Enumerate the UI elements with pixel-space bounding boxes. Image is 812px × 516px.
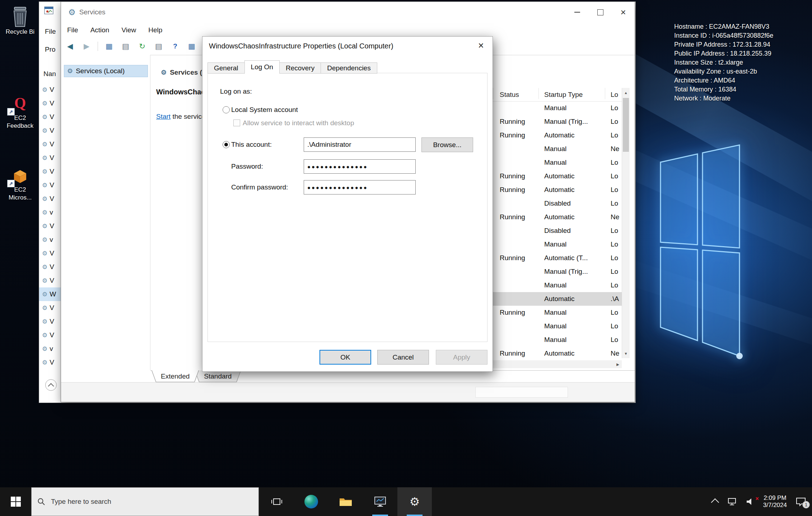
export-list-icon[interactable]: ▤ (153, 41, 164, 52)
ec2-microsoft-icon[interactable]: ↗ EC2 Micros... (2, 167, 38, 202)
edge-button[interactable] (294, 487, 328, 516)
service-row-partial[interactable]: ⚙V (39, 97, 61, 110)
search-box[interactable] (31, 487, 259, 516)
scroll-up-arrow-icon[interactable]: ▲ (622, 88, 630, 97)
service-row-partial[interactable]: ⚙V (39, 260, 61, 274)
start-button[interactable] (0, 487, 31, 516)
service-row-partial[interactable]: ⚙W (39, 287, 61, 301)
local-system-radio[interactable] (223, 106, 230, 113)
column-header-log-on-as[interactable]: Lo (611, 88, 618, 101)
service-name-fragment: V (50, 127, 54, 135)
service-row-partial[interactable]: ⚙V (39, 219, 61, 233)
service-row-partial[interactable]: ⚙V (39, 151, 61, 165)
action-center-button[interactable]: 1 (795, 497, 806, 506)
dialog-tab-dependencies[interactable]: Dependencies (321, 62, 377, 74)
dialog-tab-general[interactable]: General (207, 62, 245, 74)
column-header-status[interactable]: Status (500, 88, 519, 101)
dialog-tab-log-on[interactable]: Log On (244, 60, 280, 74)
service-row-partial[interactable]: ⚙V (39, 83, 61, 97)
column-header-name[interactable]: Nan (43, 70, 56, 78)
service-row-partial[interactable]: ⚙V (39, 110, 61, 124)
view-tabs: ExtendedStandard (151, 370, 237, 382)
column-separator[interactable] (538, 88, 539, 99)
startup-type-cell: Manual (544, 156, 566, 169)
tree-item-services-local[interactable]: ⚙ Services (Local) (64, 65, 148, 77)
service-row-partial[interactable]: ⚙V (39, 124, 61, 137)
service-row-partial[interactable]: ⚙V (39, 165, 61, 178)
clock[interactable]: 2:09 PM 3/7/2024 (763, 494, 787, 509)
file-explorer-button[interactable] (328, 487, 363, 516)
refresh-icon[interactable]: ↻ (137, 41, 148, 52)
service-row-partial[interactable]: ⚙V (39, 356, 61, 369)
this-account-label[interactable]: This account: (231, 140, 272, 149)
notification-badge: 1 (802, 501, 810, 508)
dialog-close-button[interactable]: × (470, 37, 493, 55)
maximize-button[interactable] (589, 2, 612, 23)
view-menu-icon[interactable]: ▦ (186, 41, 197, 52)
scroll-down-arrow-icon[interactable]: ▼ (622, 349, 630, 358)
status-bar-pane (475, 387, 568, 398)
service-row-partial[interactable]: ⚙V (39, 247, 61, 260)
column-separator[interactable] (493, 88, 493, 99)
icon-label: EC2 (14, 114, 26, 122)
close-icon: × (620, 8, 626, 17)
service-row-partial[interactable]: ⚙V (39, 274, 61, 287)
password-input[interactable] (304, 159, 416, 174)
scroll-up-button[interactable] (45, 379, 57, 391)
column-header-startup-type[interactable]: Startup Type (544, 88, 583, 101)
menu-view[interactable]: View (115, 26, 142, 34)
back-icon[interactable]: ◀ (65, 41, 75, 52)
console-tree-icon[interactable]: ▦ (104, 41, 115, 52)
service-row-partial[interactable]: ⚙V (39, 328, 61, 342)
browse-button[interactable]: Browse... (421, 137, 473, 152)
view-tab-standard[interactable]: Standard (195, 370, 241, 382)
log-on-as-cell: Lo (611, 265, 623, 278)
scrollbar-thumb[interactable] (623, 98, 629, 152)
gear-icon: ⚙ (42, 222, 47, 230)
column-separator[interactable] (605, 88, 605, 99)
tray-chevron-up-icon[interactable] (711, 498, 719, 507)
task-view-button[interactable] (260, 487, 294, 516)
title-bar[interactable]: ⚙ Services × (61, 2, 635, 23)
dialog-tab-recovery[interactable]: Recovery (279, 62, 321, 74)
scroll-right-arrow-icon[interactable]: ▶ (614, 360, 622, 368)
cancel-button[interactable]: Cancel (377, 350, 429, 365)
start-service-link[interactable]: Start (156, 113, 171, 120)
service-row-partial[interactable]: ⚙v (39, 342, 61, 356)
ok-button[interactable]: OK (319, 350, 371, 365)
properties-icon[interactable]: ▤ (120, 41, 131, 52)
service-row-partial[interactable]: ⚙V (39, 137, 61, 151)
mmc-app-button[interactable] (363, 487, 397, 516)
recycle-bin-icon[interactable]: Recycle Bi (2, 6, 38, 36)
menu-file[interactable]: File (61, 26, 84, 34)
local-system-label[interactable]: Local System account (231, 105, 298, 114)
confirm-password-input[interactable] (304, 180, 416, 194)
q-glyph: Q (14, 93, 26, 113)
vertical-scrollbar[interactable]: ▲ ▼ (622, 88, 630, 358)
service-row-partial[interactable]: ⚙V (39, 315, 61, 328)
volume-button[interactable]: × (746, 498, 755, 506)
service-row-partial[interactable]: ⚙V (39, 301, 61, 315)
view-tab-extended[interactable]: Extended (151, 370, 199, 382)
account-input[interactable] (304, 137, 416, 152)
dialog-title-bar[interactable]: WindowsChaosInfrastructure Properties (L… (202, 37, 493, 55)
forward-icon[interactable]: ▶ (81, 41, 92, 52)
this-account-radio[interactable] (223, 141, 230, 148)
services-app-button[interactable]: ⚙ (397, 487, 432, 516)
service-row-partial[interactable]: ⚙V (39, 192, 61, 206)
service-row-partial[interactable]: ⚙v (39, 206, 61, 219)
menu-file[interactable]: File (45, 28, 56, 36)
service-row-partial[interactable]: ⚙v (39, 233, 61, 247)
gear-icon: ⚙ (42, 263, 47, 271)
gear-icon: ⚙ (42, 209, 47, 216)
menu-action[interactable]: Action (84, 26, 116, 34)
service-row-partial[interactable]: ⚙V (39, 178, 61, 192)
network-icon[interactable] (727, 497, 737, 506)
search-input[interactable] (50, 497, 258, 506)
ec2-feedback-icon[interactable]: Q ↗ EC2 Feedback (2, 92, 38, 130)
help-icon[interactable]: ? (170, 41, 181, 52)
minimize-button[interactable] (566, 2, 589, 23)
interact-with-desktop-checkbox[interactable] (233, 119, 240, 126)
close-button[interactable]: × (612, 2, 635, 23)
menu-help[interactable]: Help (142, 26, 168, 34)
